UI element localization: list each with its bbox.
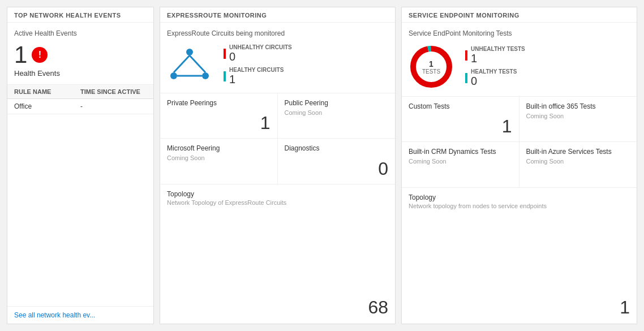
middle-topology-subtitle: Network Topology of ExpressRoute Circuit… bbox=[167, 199, 388, 206]
healthy-circuits-row: HEALTHY CIRCUITS 1 bbox=[224, 67, 292, 86]
right-panel-header: SERVICE ENDPOINT MONITORING bbox=[402, 7, 637, 23]
svg-point-0 bbox=[186, 49, 193, 55]
middle-panel: EXPRESSROUTE MONITORING ExpressRoute Cir… bbox=[160, 7, 396, 324]
builtin-azure-title: Built-in Azure Services Tests bbox=[526, 148, 630, 156]
expressroute-icon bbox=[167, 48, 212, 83]
right-topology-card[interactable]: Topology Network topology from nodes to … bbox=[402, 188, 637, 324]
healthy-circuits-value: 1 bbox=[229, 73, 284, 86]
active-health-events-title: Active Health Events bbox=[14, 29, 147, 37]
health-count-number: 1 bbox=[14, 43, 27, 67]
row-time-since: - bbox=[80, 102, 147, 110]
unhealthy-circuits-value: 0 bbox=[229, 50, 292, 63]
donut-center-label: 1 TESTS bbox=[422, 59, 440, 75]
right-topology-subtitle: Network topology from nodes to service e… bbox=[409, 203, 630, 209]
left-panel-header: TOP NETWORK HEALTH EVENTS bbox=[7, 7, 153, 23]
middle-topology-title: Topology bbox=[167, 190, 388, 198]
builtin-o365-subtitle: Coming Soon bbox=[526, 113, 630, 119]
public-peering-subtitle: Coming Soon bbox=[285, 109, 389, 116]
unhealthy-tests-row: UNHEALTHY TESTS 1 bbox=[465, 46, 525, 65]
microsoft-peering-subtitle: Coming Soon bbox=[167, 154, 271, 161]
middle-topology-card[interactable]: Topology Network Topology of ExpressRout… bbox=[160, 184, 395, 324]
col-rule-name: RULE NAME bbox=[14, 88, 80, 95]
right-topology-value: 1 bbox=[620, 297, 630, 318]
middle-panel-header: EXPRESSROUTE MONITORING bbox=[160, 7, 395, 23]
service-endpoint-card: Service EndPoint Monitoring Tests 1 TEST… bbox=[402, 23, 637, 97]
custom-tests-value: 1 bbox=[502, 116, 512, 137]
private-peerings-cell[interactable]: Private Peerings 1 bbox=[160, 93, 278, 139]
health-count-row: 1 ! bbox=[14, 43, 147, 67]
diagnostics-value: 0 bbox=[378, 158, 388, 179]
see-all-link[interactable]: See all network health ev... bbox=[7, 306, 153, 324]
left-panel: TOP NETWORK HEALTH EVENTS Active Health … bbox=[7, 7, 154, 324]
healthy-bar bbox=[224, 71, 226, 81]
unhealthy-circuits-label: UNHEALTHY CIRCUITS bbox=[229, 44, 292, 50]
unhealthy-tests-label: UNHEALTHY TESTS bbox=[471, 46, 525, 52]
right-grid: Custom Tests 1 Built-in office 365 Tests… bbox=[402, 97, 637, 188]
service-stats: UNHEALTHY TESTS 1 HEALTHY TESTS 0 bbox=[465, 46, 525, 88]
custom-tests-title: Custom Tests bbox=[409, 102, 512, 110]
middle-grid: Private Peerings 1 Public Peering Coming… bbox=[160, 93, 395, 184]
builtin-o365-title: Built-in office 365 Tests bbox=[526, 102, 630, 110]
svg-point-1 bbox=[170, 72, 177, 79]
health-events-label: Health Events bbox=[14, 69, 147, 78]
expressroute-card: ExpressRoute Circuits being monitored bbox=[160, 23, 395, 93]
events-table-header: RULE NAME TIME SINCE ACTIVE bbox=[7, 85, 153, 99]
expressroute-title: ExpressRoute Circuits being monitored bbox=[167, 29, 388, 37]
private-peerings-value: 1 bbox=[260, 113, 271, 134]
unhealthy-tests-value: 1 bbox=[471, 52, 525, 65]
expressroute-content: UNHEALTHY CIRCUITS 0 HEALTHY CIRCUITS 1 bbox=[167, 44, 388, 86]
right-topology-title: Topology bbox=[409, 194, 630, 201]
builtin-crm-cell[interactable]: Built-in CRM Dynamics Tests Coming Soon bbox=[402, 142, 520, 187]
row-rule-name: Office bbox=[14, 102, 80, 110]
svg-point-2 bbox=[202, 72, 209, 79]
public-peering-title: Public Peering bbox=[285, 99, 389, 107]
diagnostics-cell[interactable]: Diagnostics 0 bbox=[278, 139, 396, 184]
svg-line-4 bbox=[190, 55, 205, 72]
custom-tests-cell[interactable]: Custom Tests 1 bbox=[402, 97, 520, 142]
middle-topology-value: 68 bbox=[368, 297, 388, 318]
health-events-card: Active Health Events 1 ! Health Events bbox=[7, 23, 153, 85]
healthy-tests-label: HEALTHY TESTS bbox=[471, 68, 517, 75]
microsoft-peering-cell[interactable]: Microsoft Peering Coming Soon bbox=[160, 139, 278, 184]
healthy-tests-value: 0 bbox=[471, 75, 517, 88]
builtin-crm-title: Built-in CRM Dynamics Tests bbox=[409, 148, 512, 156]
unhealthy-circuits-row: UNHEALTHY CIRCUITS 0 bbox=[224, 44, 292, 63]
builtin-azure-subtitle: Coming Soon bbox=[526, 158, 630, 165]
right-panel: SERVICE ENDPOINT MONITORING Service EndP… bbox=[401, 7, 637, 324]
service-endpoint-title: Service EndPoint Monitoring Tests bbox=[409, 29, 630, 37]
diagnostics-title: Diagnostics bbox=[285, 144, 389, 152]
col-time-since: TIME SINCE ACTIVE bbox=[80, 88, 147, 95]
svg-line-3 bbox=[174, 55, 190, 72]
builtin-o365-cell[interactable]: Built-in office 365 Tests Coming Soon bbox=[520, 97, 637, 142]
donut-chart: 1 TESTS bbox=[409, 44, 454, 89]
unhealthy-bar bbox=[224, 49, 226, 59]
healthy-circuits-label: HEALTHY CIRCUITS bbox=[229, 67, 284, 73]
healthy-tests-row: HEALTHY TESTS 0 bbox=[465, 68, 525, 88]
circuit-stats: UNHEALTHY CIRCUITS 0 HEALTHY CIRCUITS 1 bbox=[224, 44, 292, 86]
public-peering-cell[interactable]: Public Peering Coming Soon bbox=[278, 93, 396, 139]
alert-icon: ! bbox=[32, 47, 48, 63]
unhealthy-tests-bar bbox=[465, 50, 467, 61]
builtin-azure-cell[interactable]: Built-in Azure Services Tests Coming Soo… bbox=[520, 142, 637, 187]
private-peerings-title: Private Peerings bbox=[167, 99, 271, 107]
events-table: RULE NAME TIME SINCE ACTIVE Office - bbox=[7, 85, 153, 306]
healthy-tests-bar bbox=[465, 73, 467, 83]
table-row: Office - bbox=[7, 99, 153, 114]
microsoft-peering-title: Microsoft Peering bbox=[167, 144, 271, 152]
service-endpoint-content: 1 TESTS UNHEALTHY TESTS 1 bbox=[409, 44, 630, 89]
builtin-crm-subtitle: Coming Soon bbox=[409, 158, 512, 165]
